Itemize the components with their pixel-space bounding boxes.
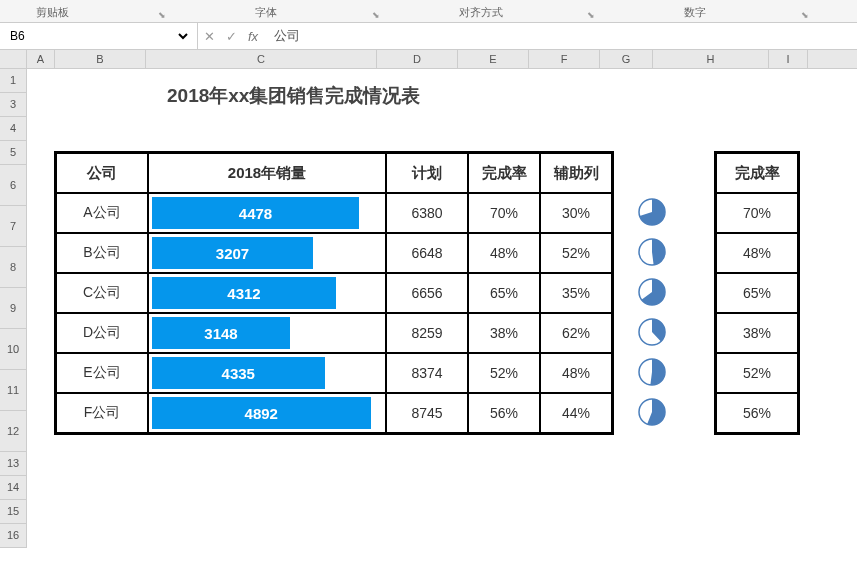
col-header-company[interactable]: 公司 — [56, 153, 148, 193]
row-header-8[interactable]: 8 — [0, 247, 26, 288]
row-header-5[interactable]: 5 — [0, 141, 26, 165]
formula-input[interactable]: 公司 — [264, 27, 857, 45]
dialog-launcher-icon[interactable]: ⬊ — [110, 10, 214, 20]
column-headers: ABCDEFGHI — [27, 50, 857, 69]
cell-company[interactable]: C公司 — [56, 273, 148, 313]
cell-plan[interactable]: 8374 — [386, 353, 468, 393]
cell-plan[interactable]: 8259 — [386, 313, 468, 353]
cell-rate[interactable]: 65% — [468, 273, 540, 313]
fx-icon[interactable]: fx — [242, 29, 264, 44]
select-all-corner[interactable] — [0, 50, 26, 69]
cell-company[interactable]: E公司 — [56, 353, 148, 393]
row-header-14[interactable]: 14 — [0, 476, 26, 500]
cell-sales[interactable]: 4335 — [148, 353, 386, 393]
table-header-row: 公司 2018年销量 计划 完成率 辅助列 — [56, 153, 612, 193]
col-header-B[interactable]: B — [55, 50, 146, 68]
cell-plan[interactable]: 8745 — [386, 393, 468, 433]
table-row: 56% — [716, 393, 798, 433]
table-row: 38% — [716, 313, 798, 353]
cell-company[interactable]: B公司 — [56, 233, 148, 273]
enter-icon[interactable]: ✓ — [220, 29, 242, 44]
cell-company[interactable]: F公司 — [56, 393, 148, 433]
table-row: D公司3148825938%62% — [56, 313, 612, 353]
pie-icon — [637, 237, 667, 267]
table-row: F公司4892874556%44% — [56, 393, 612, 433]
cell-sales[interactable]: 4478 — [148, 193, 386, 233]
dialog-launcher-icon[interactable]: ⬊ — [324, 10, 428, 20]
row-header-13[interactable]: 13 — [0, 452, 26, 476]
cell-plan[interactable]: 6656 — [386, 273, 468, 313]
cell-sales[interactable]: 3148 — [148, 313, 386, 353]
table-row: 65% — [716, 273, 798, 313]
cell-rate2[interactable]: 52% — [716, 353, 798, 393]
rate-table: 完成率 70%48%65%38%52%56% — [714, 151, 800, 435]
col-header-F[interactable]: F — [529, 50, 600, 68]
dialog-launcher-icon[interactable]: ⬊ — [753, 10, 857, 20]
row-header-6[interactable]: 6 — [0, 165, 26, 206]
pie-icon — [637, 397, 667, 427]
cell-rate2[interactable]: 56% — [716, 393, 798, 433]
cell-aux[interactable]: 62% — [540, 313, 612, 353]
col-header-C[interactable]: C — [146, 50, 377, 68]
name-box[interactable]: B6 — [0, 23, 198, 49]
col-header-A[interactable]: A — [27, 50, 55, 68]
cell-company[interactable]: D公司 — [56, 313, 148, 353]
row-header-1[interactable]: 1 — [0, 69, 26, 93]
cell-aux[interactable]: 30% — [540, 193, 612, 233]
cell-rate2[interactable]: 65% — [716, 273, 798, 313]
col-header-D[interactable]: D — [377, 50, 458, 68]
row-header-11[interactable]: 11 — [0, 370, 26, 411]
ribbon-group-labels: 剪贴板⬊ 字体⬊ 对齐方式⬊ 数字⬊ — [0, 0, 857, 23]
cancel-icon[interactable]: ✕ — [198, 29, 220, 44]
row-header-10[interactable]: 10 — [0, 329, 26, 370]
cell-rate2[interactable]: 48% — [716, 233, 798, 273]
pie-icon — [637, 277, 667, 307]
cell-aux[interactable]: 48% — [540, 353, 612, 393]
col-header-G[interactable]: G — [600, 50, 653, 68]
row-header-7[interactable]: 7 — [0, 206, 26, 247]
pie-icon — [637, 357, 667, 387]
cell-plan[interactable]: 6380 — [386, 193, 468, 233]
row-header-9[interactable]: 9 — [0, 288, 26, 329]
col-header-I[interactable]: I — [769, 50, 808, 68]
row-header-16[interactable]: 16 — [0, 524, 26, 548]
name-box-select[interactable]: B6 — [6, 28, 191, 44]
col-header-aux[interactable]: 辅助列 — [540, 153, 612, 193]
cell-rate[interactable]: 56% — [468, 393, 540, 433]
cell-aux[interactable]: 44% — [540, 393, 612, 433]
row-header-15[interactable]: 15 — [0, 500, 26, 524]
cell-aux[interactable]: 52% — [540, 233, 612, 273]
dialog-launcher-icon[interactable]: ⬊ — [539, 10, 643, 20]
cell-rate[interactable]: 70% — [468, 193, 540, 233]
table-row: A公司4478638070%30% — [56, 193, 612, 233]
row-header-3[interactable]: 3 — [0, 93, 26, 117]
cell-rate[interactable]: 38% — [468, 313, 540, 353]
pie-icon — [637, 317, 667, 347]
cell-aux[interactable]: 35% — [540, 273, 612, 313]
cell-company[interactable]: A公司 — [56, 193, 148, 233]
table-row: 48% — [716, 233, 798, 273]
row-header-4[interactable]: 4 — [0, 117, 26, 141]
row-headers: 1345678910111213141516 — [0, 50, 27, 548]
worksheet: 1345678910111213141516 ABCDEFGHI 2018年xx… — [0, 50, 857, 548]
ribbon-group-number: 数字 — [643, 5, 747, 20]
cell-rate[interactable]: 52% — [468, 353, 540, 393]
cell-rate[interactable]: 48% — [468, 233, 540, 273]
col-header-rate[interactable]: 完成率 — [468, 153, 540, 193]
cell-rate2[interactable]: 70% — [716, 193, 798, 233]
cell-sales[interactable]: 3207 — [148, 233, 386, 273]
col-header-plan[interactable]: 计划 — [386, 153, 468, 193]
col-header-rate2[interactable]: 完成率 — [716, 153, 798, 193]
ribbon-group-font: 字体 — [214, 5, 318, 20]
col-header-H[interactable]: H — [653, 50, 769, 68]
col-header-sales[interactable]: 2018年销量 — [148, 153, 386, 193]
pie-icon — [637, 197, 667, 227]
cell-sales[interactable]: 4312 — [148, 273, 386, 313]
cell-plan[interactable]: 6648 — [386, 233, 468, 273]
col-header-E[interactable]: E — [458, 50, 529, 68]
cell-rate2[interactable]: 38% — [716, 313, 798, 353]
main-table: 公司 2018年销量 计划 完成率 辅助列 A公司4478638070%30%B… — [54, 151, 614, 435]
cell-sales[interactable]: 4892 — [148, 393, 386, 433]
row-header-12[interactable]: 12 — [0, 411, 26, 452]
ribbon-group-clipboard: 剪贴板 — [0, 5, 104, 20]
